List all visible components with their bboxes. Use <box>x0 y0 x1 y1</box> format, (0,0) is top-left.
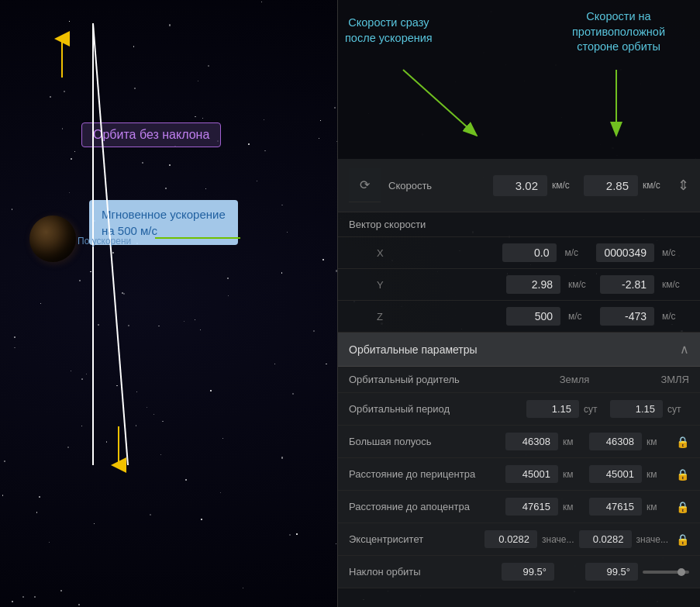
orbital-value2-6: 99.5° <box>585 563 638 581</box>
orbital-value1-4: 47615 <box>505 498 558 516</box>
collapse-button[interactable]: ∧ <box>680 342 689 357</box>
orbital-value2-4: 47615 <box>589 498 642 516</box>
x-value-1: 0.0 <box>502 243 557 262</box>
orbital-row-label-4: Расстояние до апоцентра <box>349 501 484 512</box>
speed-unit-2: км/с <box>643 180 670 191</box>
speed-value-1: 3.02 <box>493 175 547 196</box>
orbital-rows: Орбитальный родительЗемляЗМЛЯОрбитальный… <box>338 367 700 588</box>
orbital-value2-3: 45001 <box>589 465 642 483</box>
z-value-2: -473 <box>600 307 654 326</box>
orbital-row-4: Расстояние до апоцентра47615км47615км🔒 <box>338 491 700 523</box>
vector-z-row: Z 500 м/с -473 м/с <box>338 301 700 333</box>
vector-row-header: Вектор скорости <box>338 212 700 237</box>
orbital-unit1-3: км <box>563 469 584 480</box>
vector-label: Вектор скорости <box>349 219 512 230</box>
svg-text:По ускорени: По ускорени <box>78 236 131 247</box>
orbit-arrows: По ускорени <box>0 0 337 607</box>
x-axis-label: X <box>377 247 392 259</box>
orbital-unit1-5: значе... <box>542 534 574 545</box>
x-value-2: 0000349 <box>596 243 654 262</box>
orbital-unit2-1: сут <box>667 404 689 415</box>
orbital-row-label-5: Эксцентриситет <box>349 533 484 545</box>
orbital-row-values-0: ЗемляЗМЛЯ <box>560 374 689 385</box>
orbital-unit1-4: км <box>563 502 584 512</box>
z-unit-1: м/с <box>568 311 595 322</box>
vector-y-row: Y 2.98 км/с -2.81 км/с <box>338 269 700 301</box>
y-value-1: 2.98 <box>506 275 560 294</box>
speed-adjust-icon[interactable]: ⇕ <box>678 177 689 194</box>
y-values: 2.98 км/с -2.81 км/с <box>506 275 689 294</box>
orbital-row-1: Орбитальный период1.15сут1.15сут <box>338 393 700 426</box>
y-unit-2: км/с <box>662 279 689 290</box>
orbital-value1-5: 0.0282 <box>484 530 537 548</box>
orbital-value1-6: 99.5° <box>502 563 554 581</box>
orbital-unit2-5: значе... <box>636 534 668 545</box>
orbital-row-label-3: Расстояние до перицентра <box>349 468 484 480</box>
z-axis-label: Z <box>377 311 392 322</box>
speed-unit-1: км/с <box>552 180 579 191</box>
speed-icon: ⟳ <box>349 168 381 202</box>
data-panel: ⟳ Скорость 3.02 км/с 2.85 км/с ⇕ Вектор … <box>337 0 700 607</box>
lock-icon-5[interactable]: 🔒 <box>676 533 689 546</box>
orbital-row-values-3: 45001км45001км🔒 <box>505 465 689 483</box>
orbital-row-3: Расстояние до перицентра45001км45001км🔒 <box>338 458 700 491</box>
orbital-row-values-4: 47615км47615км🔒 <box>505 498 689 516</box>
orbital-unit2-3: км <box>647 469 668 480</box>
lock-icon-3[interactable]: 🔒 <box>676 468 689 481</box>
orbital-value1-2: 46308 <box>505 433 558 450</box>
z-unit-2: м/с <box>662 311 689 322</box>
orbital-value2-2: 46308 <box>589 433 642 450</box>
vector-x-row: X 0.0 м/с 0000349 м/с <box>338 237 700 269</box>
orbital-row-2: Большая полуось46308км46308км🔒 <box>338 426 700 458</box>
orbital-row-label-6: Наклон орбиты <box>349 566 484 578</box>
orbital-row-6: Наклон орбиты99.5°99.5° <box>338 556 700 588</box>
x-unit-1: м/с <box>564 247 591 258</box>
orbital-row-label-1: Орбитальный период <box>349 403 484 415</box>
orbital-header: Орбитальные параметры ∧ <box>338 333 700 367</box>
orbital-parent-2-0: ЗМЛЯ <box>660 374 689 385</box>
orbital-title: Орбитальные параметры <box>349 343 478 356</box>
orbital-value2-1: 1.15 <box>610 400 663 418</box>
orbital-row-5: Эксцентриситет0.0282значе...0.0282значе.… <box>338 523 700 556</box>
y-value-2: -2.81 <box>600 275 654 294</box>
orbital-row-values-5: 0.0282значе...0.0282значе...🔒 <box>484 530 689 548</box>
x-unit-2: м/с <box>662 247 689 258</box>
lock-icon-4[interactable]: 🔒 <box>676 501 689 513</box>
orbital-row-label-0: Орбитальный родитель <box>349 374 484 385</box>
orbital-row-values-1: 1.15сут1.15сут <box>526 400 689 418</box>
speed-value-2: 2.85 <box>584 175 638 196</box>
speed-values: 3.02 км/с 2.85 км/с ⇕ <box>493 175 689 196</box>
speed-row: ⟳ Скорость 3.02 км/с 2.85 км/с ⇕ <box>338 159 700 212</box>
orbital-row-values-2: 46308км46308км🔒 <box>505 433 689 450</box>
orbital-value2-5: 0.0282 <box>579 530 632 548</box>
orbital-value1-3: 45001 <box>505 465 558 483</box>
space-panel: Орбита без наклона Мгновенное ускорение … <box>0 0 337 607</box>
z-value-1: 500 <box>506 307 560 326</box>
orbital-value1-1: 1.15 <box>526 400 579 418</box>
orbital-unit1-2: км <box>563 436 584 447</box>
y-axis-label: Y <box>377 279 392 291</box>
speed-label: Скорость <box>388 180 493 191</box>
orbital-row-label-2: Большая полуось <box>349 436 484 447</box>
z-values: 500 м/с -473 м/с <box>506 307 689 326</box>
x-values: 0.0 м/с 0000349 м/с <box>502 243 689 262</box>
inclination-slider[interactable] <box>643 571 689 574</box>
orbital-unit2-2: км <box>647 436 668 447</box>
orbital-unit2-4: км <box>647 502 668 512</box>
orbital-row-values-6: 99.5°99.5° <box>502 563 689 581</box>
orbital-unit1-1: сут <box>584 404 605 415</box>
lock-icon-2[interactable]: 🔒 <box>676 436 689 448</box>
orbital-row-0: Орбитальный родительЗемляЗМЛЯ <box>338 367 700 393</box>
orbital-parent-1-0: Земля <box>560 374 590 385</box>
y-unit-1: км/с <box>568 279 595 290</box>
